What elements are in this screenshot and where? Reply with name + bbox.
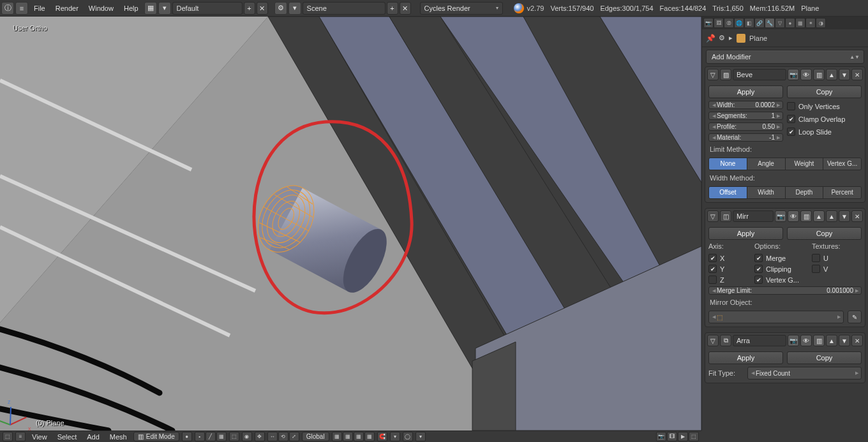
- width-percent[interactable]: Percent: [823, 187, 861, 198]
- tab-material-icon[interactable]: ●: [785, 18, 795, 28]
- mode-selector[interactable]: ▥ Edit Mode: [133, 432, 179, 441]
- falloff-icon[interactable]: ▾: [415, 432, 426, 441]
- layer-icon[interactable]: ▦: [364, 432, 375, 441]
- bevel-width-field[interactable]: Width:0.0002: [708, 101, 783, 109]
- move-up-icon[interactable]: ▲: [826, 210, 837, 222]
- limit-angle[interactable]: Angle: [747, 158, 786, 170]
- axis-y-checkbox[interactable]: Y: [708, 265, 747, 273]
- render-visibility-icon[interactable]: 📷: [788, 69, 799, 80]
- texture-v-checkbox[interactable]: V: [812, 265, 862, 273]
- move-down-icon[interactable]: ▼: [839, 69, 850, 80]
- tab-render-icon[interactable]: 📷: [703, 18, 714, 28]
- expand-icon[interactable]: ≡: [15, 432, 26, 441]
- render-engine-selector[interactable]: Cycles Render▾: [420, 2, 503, 15]
- apply-button[interactable]: Apply: [708, 351, 783, 364]
- eyedropper-icon[interactable]: ✎: [848, 311, 862, 323]
- edit-mode-visibility-icon[interactable]: ▥: [813, 69, 825, 80]
- collapse-icon[interactable]: ▽: [707, 335, 719, 346]
- tab-constraints-icon[interactable]: 🔗: [754, 18, 765, 28]
- render-anim-icon[interactable]: 🎞: [667, 432, 677, 441]
- translate-icon[interactable]: ↔: [267, 432, 278, 441]
- width-method-segmented[interactable]: Offset Width Depth Percent: [708, 186, 862, 199]
- orientation-selector[interactable]: Global: [302, 432, 329, 441]
- scene-icon[interactable]: ⚙: [274, 2, 287, 15]
- tab-texture-icon[interactable]: ▦: [795, 18, 805, 28]
- snap-type-icon[interactable]: ▾: [390, 432, 400, 441]
- render-icon[interactable]: 📷: [656, 432, 666, 441]
- menu-window[interactable]: Window: [84, 3, 118, 14]
- width-width[interactable]: Width: [747, 187, 786, 198]
- tab-data-icon[interactable]: ▽: [775, 18, 785, 28]
- modifier-name-field[interactable]: Mirr: [733, 210, 774, 222]
- width-depth[interactable]: Depth: [786, 187, 824, 198]
- menu-select[interactable]: Select: [54, 433, 81, 441]
- collapse-icon[interactable]: ▽: [707, 69, 719, 80]
- layout-add-button[interactable]: +: [244, 2, 255, 15]
- tab-world-icon[interactable]: 🌐: [734, 18, 744, 28]
- shade-icon[interactable]: ●: [182, 432, 192, 441]
- layer-icon[interactable]: ▦: [332, 432, 342, 441]
- cage-icon[interactable]: ▲: [813, 210, 825, 222]
- delete-modifier-icon[interactable]: ✕: [851, 210, 863, 222]
- delete-modifier-icon[interactable]: ✕: [851, 335, 863, 346]
- add-modifier-dropdown[interactable]: Add Modifier▲▼: [706, 50, 864, 64]
- move-down-icon[interactable]: ▼: [839, 335, 850, 346]
- layer-icon[interactable]: ▦: [343, 432, 353, 441]
- texture-u-checkbox[interactable]: U: [812, 254, 862, 262]
- scene-del-button[interactable]: ✕: [400, 2, 411, 15]
- menu-file[interactable]: File: [29, 3, 50, 14]
- limit-weight[interactable]: Weight: [786, 158, 824, 170]
- expand-icon[interactable]: ≡: [15, 2, 28, 15]
- scene-dropdown-icon[interactable]: ▾: [288, 2, 301, 15]
- modifier-name-field[interactable]: Beve: [733, 69, 786, 80]
- pivot-icon[interactable]: ◉: [242, 432, 252, 441]
- apply-button[interactable]: Apply: [708, 227, 783, 240]
- edit-mode-visibility-icon[interactable]: ▥: [813, 335, 825, 346]
- axis-z-checkbox[interactable]: Z: [708, 276, 747, 284]
- move-up-icon[interactable]: ▲: [826, 335, 837, 346]
- menu-mesh[interactable]: Mesh: [106, 433, 131, 441]
- edit-mode-visibility-icon[interactable]: ▥: [800, 210, 812, 222]
- modifier-name-field[interactable]: Arra: [733, 335, 786, 346]
- merge-checkbox[interactable]: Merge: [754, 254, 804, 262]
- axis-x-checkbox[interactable]: X: [708, 254, 747, 262]
- vertex-group-checkbox[interactable]: Vertex G...: [754, 276, 804, 284]
- dropdown-icon[interactable]: ▾: [158, 2, 171, 15]
- bevel-material-field[interactable]: Material:-1: [708, 133, 783, 142]
- merge-limit-field[interactable]: Merge Limit:0.001000: [708, 286, 862, 295]
- bevel-segments-field[interactable]: Segments:1: [708, 112, 783, 120]
- viewport-visibility-icon[interactable]: 👁: [788, 210, 799, 222]
- viewport-visibility-icon[interactable]: 👁: [800, 69, 812, 80]
- tab-particles-icon[interactable]: ✶: [805, 18, 816, 28]
- width-offset[interactable]: Offset: [709, 187, 747, 198]
- limit-method-segmented[interactable]: None Angle Weight Vertex G...: [708, 158, 862, 170]
- tab-modifiers-icon[interactable]: 🔧: [765, 18, 775, 28]
- copy-button[interactable]: Copy: [787, 351, 862, 364]
- editor-type-icon[interactable]: ⓘ: [1, 2, 14, 15]
- fit-type-dropdown[interactable]: Fixed Count: [747, 367, 862, 379]
- mirror-object-field[interactable]: ⬚: [708, 311, 844, 323]
- limit-none[interactable]: None: [709, 158, 747, 170]
- snap-icon[interactable]: 🧲: [377, 432, 387, 441]
- clipping-checkbox[interactable]: Clipping: [754, 265, 804, 273]
- layout-del-button[interactable]: ✕: [257, 2, 268, 15]
- move-down-icon[interactable]: ▼: [839, 210, 850, 222]
- copy-button[interactable]: Copy: [787, 227, 862, 240]
- tab-physics-icon[interactable]: ◑: [816, 18, 826, 28]
- screen-add-icon[interactable]: ▦: [144, 2, 157, 15]
- clamp-overlap-checkbox[interactable]: Clamp Overlap: [787, 115, 862, 123]
- menu-help[interactable]: Help: [119, 3, 143, 14]
- render-visibility-icon[interactable]: 📷: [788, 335, 799, 346]
- limit-vertexgroup[interactable]: Vertex G...: [823, 158, 861, 170]
- pin-icon[interactable]: 📌: [706, 34, 715, 43]
- viewport-visibility-icon[interactable]: 👁: [800, 335, 812, 346]
- tab-scene-icon[interactable]: ⦿: [724, 18, 734, 28]
- tab-object-icon[interactable]: ◧: [744, 18, 754, 28]
- vertex-select-icon[interactable]: •: [195, 432, 205, 441]
- menu-view[interactable]: View: [28, 433, 51, 441]
- scene-selector[interactable]: Scene: [303, 2, 385, 15]
- collapse-icon[interactable]: ▽: [707, 210, 719, 222]
- layout-selector[interactable]: Default: [172, 2, 243, 15]
- misc-icon[interactable]: ⬚: [689, 432, 699, 441]
- limit-sel-icon[interactable]: ⬚: [229, 432, 239, 441]
